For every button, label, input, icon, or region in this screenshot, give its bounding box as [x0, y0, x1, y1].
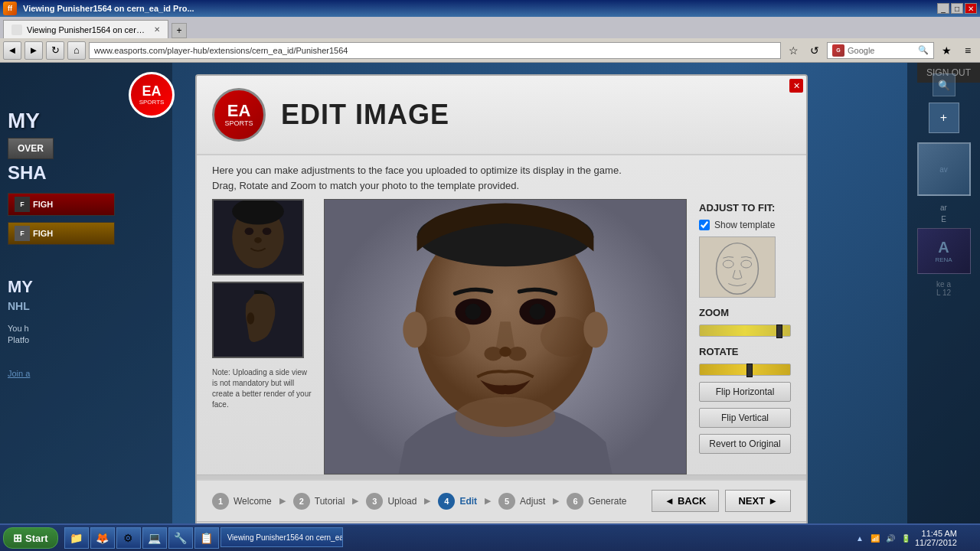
svg-point-20	[541, 317, 591, 357]
overview-button[interactable]: OVER	[8, 138, 54, 159]
side-photo-thumb	[212, 282, 304, 358]
browser-tab[interactable]: Viewing Punisher1564 on cern_ea_id Pro..…	[3, 20, 168, 38]
step-5[interactable]: 5 Adjust	[498, 493, 545, 510]
tray-icon-1[interactable]: ▲	[854, 532, 866, 544]
step-label-3: Upload	[387, 496, 416, 507]
taskbar-icon-6[interactable]: 📋	[194, 527, 219, 549]
bookmark-icon[interactable]: ☆	[784, 41, 802, 60]
new-tab-button[interactable]: +	[172, 23, 187, 38]
clock-time: 11:45 AM	[915, 529, 957, 538]
revert-original-button[interactable]: Revert to Original	[699, 434, 791, 454]
modal-close-button[interactable]: ✕	[789, 79, 803, 93]
sidebar-search-button[interactable]: 🔍	[933, 73, 956, 96]
taskbar-icon-2[interactable]: 🦊	[90, 527, 115, 549]
svg-point-21	[455, 397, 555, 437]
controls-panel: ADJUST TO FIT: Show template	[699, 199, 791, 474]
sidebar-my-section: MY	[8, 109, 40, 133]
step-1[interactable]: 1 Welcome	[212, 493, 272, 510]
zoom-slider[interactable]	[699, 324, 791, 337]
sidebar-join-link[interactable]: Join a	[8, 369, 30, 378]
sidebar-bottom-text: ke aL 12	[936, 280, 951, 297]
svg-point-16	[484, 347, 502, 360]
front-face-svg	[214, 199, 302, 276]
taskbar-icon-4[interactable]: 💻	[142, 527, 167, 549]
front-photo-thumb	[212, 199, 304, 276]
step-6[interactable]: 6 Generate	[567, 493, 626, 510]
menu-icon[interactable]: ≡	[959, 41, 977, 60]
taskbar-icon-3[interactable]: ⚙	[116, 527, 141, 549]
zoom-slider-thumb[interactable]	[776, 324, 782, 338]
flip-horizontal-button[interactable]: Flip Horizontal	[699, 382, 791, 402]
rotate-slider-thumb[interactable]	[746, 364, 753, 377]
show-template-checkbox[interactable]	[699, 220, 710, 230]
arrow-4: ▶	[485, 496, 491, 506]
forward-nav-button[interactable]: ►	[24, 41, 43, 60]
tab-bar: Viewing Punisher1564 on cern_ea_id Pro..…	[0, 17, 980, 38]
sidebar-my2-title: MY	[8, 277, 33, 297]
window-controls[interactable]: _ □ ✕	[937, 3, 977, 14]
game-btn-2[interactable]: F FIGH	[8, 222, 115, 245]
refresh-button[interactable]: ↻	[46, 41, 64, 60]
game-icon-1: F	[15, 197, 30, 212]
svg-point-15	[529, 304, 545, 320]
step-circle-5: 5	[498, 493, 515, 510]
next-arrow-icon: ►	[768, 495, 778, 507]
step-circle-4: 4	[438, 493, 455, 510]
ea-logo: EA SPORTS	[129, 72, 175, 118]
address-bar[interactable]: www.easports.com/player-hub/extensions/c…	[89, 42, 781, 59]
modal-ea-logo: EA SPORTS	[212, 88, 266, 142]
flip-vertical-button[interactable]: Flip Vertical	[699, 408, 791, 428]
minimize-button[interactable]: _	[937, 3, 949, 14]
step-2[interactable]: 2 Tutorial	[293, 493, 345, 510]
sidebar-right: 🔍 + av ar E A RENA ke aL 12	[907, 63, 980, 551]
show-template-row: Show template	[699, 220, 791, 230]
face-template-preview	[699, 236, 776, 298]
modal: ✕ EA SPORTS EDIT IMAGE Here you can make…	[195, 74, 808, 549]
reload-icon[interactable]: ↺	[805, 41, 824, 60]
maximize-button[interactable]: □	[951, 3, 963, 14]
tray-volume-icon[interactable]: 🔊	[884, 532, 897, 544]
tray-battery-icon[interactable]: 🔋	[900, 532, 912, 544]
taskbar-icon-5[interactable]: 🔧	[168, 527, 193, 549]
clock-date: 11/27/2012	[915, 538, 957, 547]
template-face-svg	[700, 236, 775, 298]
main-image-area[interactable]	[324, 199, 687, 474]
search-icon[interactable]: 🔍	[918, 45, 929, 55]
sidebar-left: MY OVER SHA F FIGH F FIGH MY NHL You h P	[0, 63, 172, 551]
sidebar-sha-title: SHA	[8, 162, 47, 184]
game-btn-1[interactable]: F FIGH	[8, 193, 115, 216]
step-circle-3: 3	[366, 493, 383, 510]
tab-close-icon[interactable]: ✕	[154, 25, 160, 34]
start-button[interactable]: ⊞ Start	[3, 527, 58, 549]
taskbar-browser-item[interactable]: Viewing Punisher1564 on cern_ea_id Pro..…	[220, 527, 343, 547]
arrow-5: ▶	[553, 496, 559, 506]
next-button[interactable]: NEXT ►	[725, 490, 791, 512]
tab-label: Viewing Punisher1564 on cern_ea_id Pro..…	[27, 25, 149, 34]
adjust-label: ADJUST TO FIT:	[699, 202, 791, 214]
taskbar-explorer-icon[interactable]: 📁	[64, 527, 89, 549]
sidebar-plus-button[interactable]: +	[929, 103, 959, 133]
home-button[interactable]: ⌂	[67, 41, 86, 60]
step-label-5: Adjust	[520, 496, 545, 507]
back-nav-button[interactable]: ◄	[3, 41, 21, 60]
tray-network-icon[interactable]: 📶	[869, 532, 881, 544]
page-content: EA SPORTS SIGN OUT MY OVER SHA F FIGH	[0, 63, 980, 551]
svg-point-17	[508, 347, 527, 360]
svg-point-22	[403, 311, 426, 347]
system-tray: ▲ 📶 🔊 🔋 11:45 AM 11/27/2012	[848, 529, 980, 547]
step-3[interactable]: 3 Upload	[366, 493, 416, 510]
step-circle-1: 1	[212, 493, 229, 510]
search-bar[interactable]: G Google 🔍	[827, 42, 934, 59]
game-icon-2: F	[15, 226, 30, 241]
svg-rect-24	[700, 237, 775, 297]
sidebar-game-buttons: F FIGH F FIGH	[8, 193, 115, 245]
window-title: Viewing Punisher1564 on cern_ea_id Pro..…	[23, 4, 194, 13]
modal-desc-line2: Drag, Rotate and Zoom to match your phot…	[212, 178, 791, 194]
extensions-icon[interactable]: ★	[937, 41, 956, 60]
rotate-slider[interactable]	[699, 364, 791, 376]
close-button[interactable]: ✕	[965, 3, 977, 14]
step-4[interactable]: 4 Edit	[438, 493, 477, 510]
sidebar-my-title: MY	[8, 109, 40, 133]
back-button[interactable]: ◄ ◄ BACK BACK	[652, 490, 719, 512]
avatar: av	[917, 142, 971, 196]
